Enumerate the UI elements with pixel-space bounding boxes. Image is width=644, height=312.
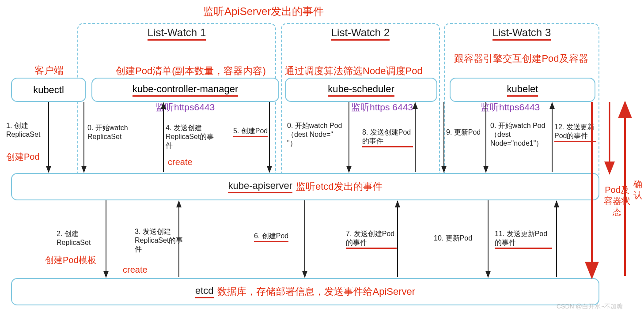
sched-box: kube-scheduler bbox=[285, 78, 437, 102]
step3-label: 3. 发送创建ReplicaSet的事件 bbox=[135, 227, 188, 254]
top-title: 监听ApiServer发出的事件 bbox=[203, 4, 324, 19]
list-watch-3-title: List-Watch 3 bbox=[445, 26, 599, 41]
etcd-label: etcd bbox=[195, 285, 214, 298]
kcm-listen: 监听https6443 bbox=[155, 101, 215, 113]
step12-label: 12. 发送更新Pod的事件 bbox=[554, 123, 596, 142]
create-pod-note-1: 创建Pod bbox=[6, 151, 40, 163]
kubelet-box: kubelet bbox=[450, 78, 595, 102]
kcm-box: kube-controller-manager bbox=[91, 78, 279, 102]
etcd-note: 数据库，存储部署信息，发送事件给ApiServer bbox=[217, 285, 416, 298]
step0-kcm-label: 0. 开始watch ReplicaSet bbox=[87, 124, 136, 141]
sched-note: 通过调度算法筛选Node调度Pod bbox=[285, 65, 423, 78]
step9-label: 9. 更新Pod bbox=[446, 128, 481, 137]
apiserver-note: 监听etcd发出的事件 bbox=[296, 180, 383, 193]
kubelet-note: 跟容器引擎交互创建Pod及容器 bbox=[446, 53, 596, 64]
apiserver-label: kube-apiserver bbox=[228, 180, 292, 193]
watermark: CSDN @白开水~不加糖 bbox=[557, 303, 623, 311]
step4-label: 4. 发送创建ReplicaSet的事件 bbox=[166, 124, 219, 150]
kcm-label: kube-controller-manager bbox=[133, 83, 239, 97]
step8-label: 8. 发送创建Pod的事件 bbox=[362, 128, 413, 147]
pod-status-note: Pod及容器状态 bbox=[602, 184, 633, 218]
confirm-note: 确认 bbox=[633, 179, 643, 201]
kubectl-label: kubectl bbox=[33, 84, 64, 96]
sched-listen: 监听https 6443 bbox=[351, 101, 413, 113]
step11-label: 11. 发送更新Pod的事件 bbox=[495, 229, 552, 249]
kubelet-listen: 监听https6443 bbox=[481, 101, 540, 113]
client-label: 客户端 bbox=[34, 64, 64, 77]
list-watch-2-title: List-Watch 2 bbox=[282, 26, 439, 41]
step2-label: 2. 创建ReplicaSet bbox=[57, 229, 105, 247]
sched-label: kube-scheduler bbox=[328, 83, 394, 97]
step6-label: 6. 创建Pod bbox=[254, 232, 289, 242]
create-note-2: create bbox=[123, 265, 148, 275]
apiserver-box: kube-apiserver 监听etcd发出的事件 bbox=[11, 173, 599, 200]
kcm-note: 创建Pod清单(副本数量，容器内容) bbox=[116, 65, 266, 78]
list-watch-1-title: List-Watch 1 bbox=[78, 26, 275, 41]
step0-kubelet-label: 0. 开始watch Pod（dest Node="node1"） bbox=[490, 121, 548, 148]
create-pod-template-note: 创建Pod模板 bbox=[45, 254, 96, 266]
step10-label: 10. 更新Pod bbox=[434, 234, 487, 243]
kubelet-label: kubelet bbox=[507, 83, 538, 97]
create-note-1: create bbox=[168, 157, 193, 167]
step1-label: 1. 创建ReplicaSet bbox=[6, 121, 53, 139]
step0-sched-label: 0. 开始watch Pod（dest Node=" "） bbox=[287, 121, 345, 148]
etcd-box: etcd 数据库，存储部署信息，发送事件给ApiServer bbox=[11, 278, 599, 305]
kubectl-box: kubectl bbox=[11, 78, 86, 102]
step5-label: 5. 创建Pod bbox=[233, 127, 269, 137]
step7-label: 7. 发送创建Pod的事件 bbox=[346, 229, 397, 249]
